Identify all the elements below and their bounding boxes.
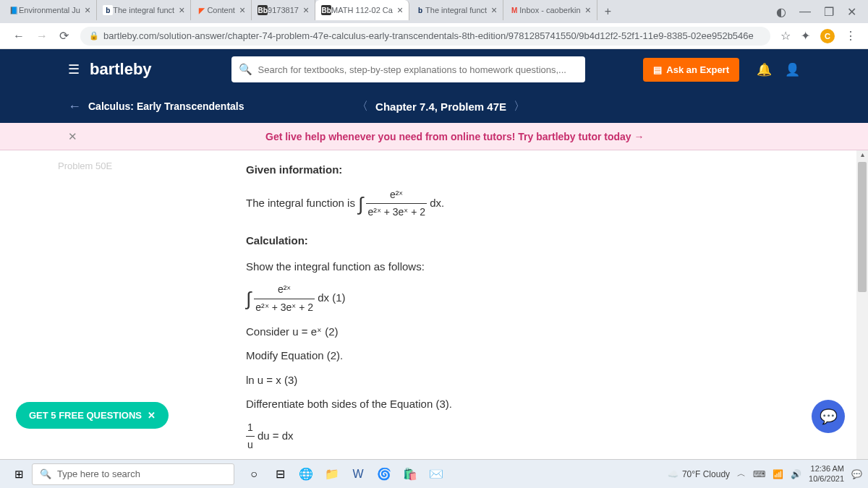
tab-close-icon[interactable]: × (239, 4, 245, 16)
chat-fab-button[interactable]: 💬 (812, 400, 845, 433)
notification-bell-icon[interactable]: 🔔 (757, 62, 772, 77)
calc-du-dx: 1u du = dx (246, 419, 846, 455)
prev-chapter-icon[interactable]: 〈 (357, 99, 368, 114)
tab-favicon: 📘 (9, 5, 19, 15)
tray-volume-icon[interactable]: 🔊 (791, 469, 801, 479)
url-input[interactable]: 🔒 bartleby.com/solution-answer/chapter-7… (80, 27, 770, 46)
tab-close-icon[interactable]: × (179, 4, 184, 16)
browser-tab[interactable]: bThe integral funct× (409, 0, 503, 20)
close-window-button[interactable]: ✕ (847, 5, 856, 19)
close-banner-icon[interactable]: ✕ (68, 130, 77, 143)
scroll-thumb[interactable] (858, 162, 867, 292)
promo-banner: ✕ Get live help whenever you need from o… (0, 123, 868, 150)
tab-close-icon[interactable]: × (85, 4, 90, 16)
calc-eq-1: ∫ e²ˣe²ˣ + 3eˣ + 2 dx (1) (246, 281, 846, 317)
search-icon: 🔍 (40, 468, 51, 479)
browser-tab[interactable]: Bb9173817× (252, 0, 315, 20)
browser-menu-icon[interactable]: ⋮ (845, 29, 856, 43)
cortana-icon[interactable]: ○ (243, 463, 265, 485)
edge-app-icon[interactable]: 🌀 (373, 463, 395, 485)
calc-modify: Modify Equation (2). (246, 346, 846, 365)
weather-widget[interactable]: ☁️ 70°F Cloudy (668, 469, 730, 479)
tab-close-icon[interactable]: × (303, 4, 309, 16)
user-profile-icon[interactable]: 👤 (785, 62, 800, 77)
site-search[interactable]: 🔍 (231, 56, 586, 82)
tray-chevron-icon[interactable]: ︿ (737, 468, 746, 480)
tab-title: Inbox - caoberkin (519, 6, 580, 14)
browser-tab[interactable]: MInbox - caoberkin× (503, 0, 597, 20)
tab-title: 9173817 (268, 6, 299, 14)
calculation-heading: Calculation: (246, 231, 846, 250)
taskbar-apps: ○ ⊟ 🌐 📁 W 🌀 🛍️ ✉️ (243, 463, 447, 485)
tab-favicon: M (509, 5, 519, 15)
chat-icon: ▤ (653, 64, 662, 75)
calc-eq-3: ln u = x (3) (246, 371, 846, 390)
minimize-button[interactable]: — (799, 5, 811, 19)
tab-close-icon[interactable]: × (585, 4, 591, 16)
bookmark-star-icon[interactable]: ☆ (780, 29, 791, 43)
browser-tab[interactable]: 📘Environmental Ju× (3, 0, 97, 20)
promo-text[interactable]: Get live help whenever you need from onl… (265, 131, 644, 142)
taskbar-search[interactable]: 🔍 Type here to search (32, 463, 234, 485)
close-cta-icon[interactable]: ✕ (148, 410, 156, 421)
tray-wifi-icon[interactable]: 📶 (773, 469, 783, 479)
back-button[interactable]: ← (7, 30, 30, 43)
weather-icon: ☁️ (668, 469, 678, 479)
browser-tab[interactable]: BbMATH 112-02 Ca× (315, 0, 409, 20)
chapter-nav: 〈 Chapter 7.4, Problem 47E 〉 (357, 99, 525, 114)
free-questions-cta[interactable]: GET 5 FREE QUESTIONS ✕ (16, 402, 169, 429)
forward-button[interactable]: → (30, 30, 54, 43)
mail-app-icon[interactable]: ✉️ (425, 463, 447, 485)
site-logo[interactable]: bartleby (90, 60, 152, 79)
integral-statement: The integral function is ∫ e²ˣe²ˣ + 3eˣ … (246, 187, 846, 222)
store-app-icon[interactable]: 🛍️ (399, 463, 421, 485)
tab-title: Environmental Ju (19, 6, 80, 14)
browser-tab-strip: 📘Environmental Ju×bThe integral funct×◤C… (0, 0, 868, 23)
extension-icon[interactable]: ✦ (801, 29, 810, 43)
profile-badge-icon[interactable]: C (820, 29, 835, 43)
calc-line-show: Show the integral function as follows: (246, 257, 846, 276)
browser-tab[interactable]: ◤Content× (191, 0, 252, 20)
taskbar-clock[interactable]: 12:36 AM 10/6/2021 (809, 464, 844, 483)
chat-bubble-icon: 💬 (820, 408, 838, 425)
tab-favicon: Bb (258, 5, 268, 15)
tab-title: MATH 112-02 Ca (331, 6, 393, 14)
notifications-icon[interactable]: 💬 (851, 469, 862, 479)
tab-favicon: b (415, 5, 425, 15)
browser-tab[interactable]: bThe integral funct× (97, 0, 191, 20)
tab-favicon: b (103, 5, 113, 15)
chrome-app-icon[interactable]: 🌐 (295, 463, 317, 485)
search-input[interactable] (258, 64, 579, 75)
maximize-button[interactable]: ❐ (824, 5, 834, 19)
tab-favicon: ◤ (197, 5, 207, 15)
task-view-icon[interactable]: ⊟ (269, 463, 291, 485)
address-bar: ← → ⟳ 🔒 bartleby.com/solution-answer/cha… (0, 23, 868, 49)
chapter-title: Chapter 7.4, Problem 47E (375, 100, 506, 113)
sidebar-problem-item[interactable]: Problem 50E (58, 160, 224, 171)
scrollbar[interactable]: ▴ ▾ (856, 150, 868, 469)
ask-expert-button[interactable]: ▤ Ask an Expert (643, 58, 739, 82)
system-tray: ☁️ 70°F Cloudy ︿ ⌨ 📶 🔊 12:36 AM 10/6/202… (668, 464, 862, 483)
search-icon: 🔍 (239, 63, 252, 76)
new-tab-button[interactable]: + (597, 5, 618, 18)
browser-sync-icon[interactable]: ◐ (776, 5, 786, 19)
scroll-up-icon[interactable]: ▴ (856, 150, 868, 162)
tab-close-icon[interactable]: × (491, 4, 497, 16)
hamburger-menu-icon[interactable]: ☰ (68, 61, 80, 77)
word-app-icon[interactable]: W (347, 463, 369, 485)
breadcrumb-back-icon[interactable]: ← (68, 99, 81, 114)
start-button[interactable]: ⊞ (6, 468, 32, 481)
url-text: bartleby.com/solution-answer/chapter-74-… (103, 30, 754, 41)
tab-title: Content (207, 6, 235, 14)
calc-eq-2: Consider u = eˣ (2) (246, 322, 846, 341)
next-chapter-icon[interactable]: 〉 (514, 99, 525, 114)
reload-button[interactable]: ⟳ (54, 29, 75, 43)
solution-content: Given information: The integral function… (224, 150, 868, 469)
tab-favicon: Bb (321, 5, 331, 15)
tab-close-icon[interactable]: × (397, 4, 403, 16)
file-explorer-icon[interactable]: 📁 (321, 463, 343, 485)
breadcrumb-book[interactable]: Calculus: Early Transcendentals (88, 100, 244, 112)
tray-keyboard-icon[interactable]: ⌨ (753, 469, 765, 479)
windows-taskbar: ⊞ 🔍 Type here to search ○ ⊟ 🌐 📁 W 🌀 🛍️ ✉… (0, 459, 868, 488)
tab-title: The integral funct (425, 6, 487, 14)
